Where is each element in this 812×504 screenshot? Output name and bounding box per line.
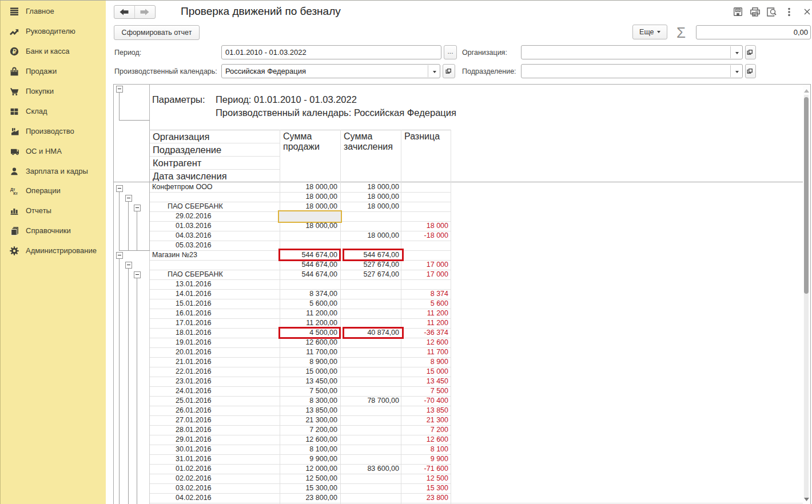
svg-text:Кт: Кт <box>13 191 18 195</box>
svg-text:₽: ₽ <box>13 48 17 55</box>
